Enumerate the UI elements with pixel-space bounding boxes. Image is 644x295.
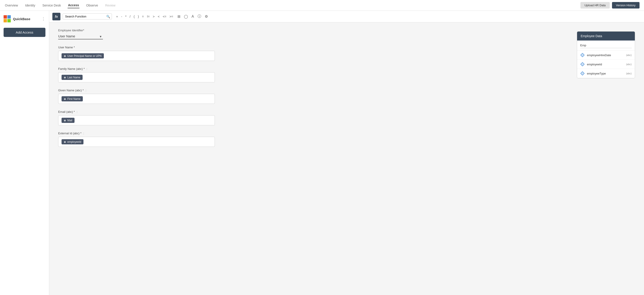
family-name-colon: : [86,67,87,70]
employee-identifier-select-wrap: User Name ▼ [58,33,103,40]
sidebar-logo-area: QuickBase ⋮ [4,15,46,22]
given-name-label: Given Name (abc) * : [58,89,635,92]
tag-diamond-icon: ◈ [64,54,66,58]
op-plus[interactable]: + [116,14,118,19]
emp-field-type-id: (abc) [626,63,632,66]
user-name-group: User Name * ◈ User Principal Name or UPN [58,46,635,61]
email-label: Email (abc) * : [58,110,635,114]
op-close-paren[interactable]: ) [137,14,140,19]
user-name-label: User Name * [58,46,635,49]
search-icon: 🔍 [106,15,110,18]
emp-panel-search-input[interactable] [580,43,632,48]
fx-label: fx [52,13,60,20]
employee-identifier-group: Employee Identifier* User Name ▼ [58,29,635,40]
nav-identity[interactable]: Identity [24,3,36,8]
svg-rect-2 [4,19,7,22]
nav-observe[interactable]: Observe [86,3,98,8]
employee-identifier-select[interactable]: User Name [58,33,103,40]
op-greater[interactable]: > [152,14,155,19]
nav-actions: Upload HR Data Version History [580,2,640,8]
op-minus[interactable]: - [120,14,123,19]
emp-field-type[interactable]: employeeType (abc) [577,69,635,78]
op-equals[interactable]: = [142,14,144,19]
email-colon: : [76,110,78,114]
info-icon[interactable]: ⓘ [197,14,202,19]
sidebar: QuickBase ⋮ Add Access [0,11,49,295]
formula-bar: fx 🔍 + - * / ( ) = != > < <= >= ⊞ ◯ [49,11,644,22]
email-input-box[interactable]: ◈ Mail [58,115,215,125]
nav-review[interactable]: Review [105,3,116,8]
op-multiply[interactable]: * [125,14,127,19]
add-access-button[interactable]: Add Access [4,28,46,37]
employee-identifier-label: Employee Identifier* [58,29,635,32]
formula-operators: + - * / ( ) = != > < <= >= ⊞ ◯ A ⓘ ⚙ [116,14,209,19]
family-name-tag[interactable]: ◈ Last Name [62,75,82,80]
given-name-colon: : [86,89,86,92]
email-tag[interactable]: ◈ Mail [62,118,74,123]
diamond-icon-2 [580,62,585,66]
given-name-tag[interactable]: ◈ First Name [62,96,83,102]
top-nav: Overview Identity Service Desk Access Ob… [0,0,644,11]
grid-icon[interactable]: ⊞ [176,14,181,19]
emp-field-name-hire-date: employeeHireDate [587,54,624,57]
tag-diamond-icon-2: ◈ [64,76,66,79]
family-name-label: Family Name (abc) * : [58,67,635,70]
emp-field-type-hire-date: (abc) [626,54,632,56]
nav-access[interactable]: Access [68,2,80,8]
main-content: Employee Identifier* User Name ▼ User Na… [49,22,644,295]
op-open-paren[interactable]: ( [133,14,136,19]
main-area: fx 🔍 + - * / ( ) = != > < <= >= ⊞ ◯ [49,11,644,295]
app-name: QuickBase [13,17,30,21]
diamond-icon-1 [580,53,585,57]
settings-icon[interactable]: ⚙ [204,14,209,19]
emp-field-id[interactable]: employeeId (abc) [577,60,635,69]
emp-field-type-type: (abc) [626,72,632,75]
search-function-input[interactable] [63,14,112,20]
external-id-label: External Id (abc) * : [58,132,635,135]
tag-diamond-icon-3: ◈ [64,97,66,100]
given-name-group: Given Name (abc) * : ◈ First Name [58,89,635,104]
external-id-colon: : [83,132,84,135]
emp-field-hire-date[interactable]: employeeHireDate (abc) [577,50,635,60]
app-layout: QuickBase ⋮ Add Access fx 🔍 + - * / ( ) … [0,11,644,295]
upload-hr-data-button[interactable]: Upload HR Data [580,2,610,8]
op-greater-eq[interactable]: >= [169,14,174,19]
svg-rect-0 [4,15,7,18]
emp-panel-title: Employee Data [577,32,635,40]
email-group: Email (abc) * : ◈ Mail [58,110,635,125]
op-not-equals[interactable]: != [146,14,150,19]
diamond-icon-3 [580,71,585,76]
text-icon[interactable]: A [191,14,195,19]
employee-data-panel: Employee Data employeeHireDate (abc) emp… [577,31,635,78]
nav-service-desk[interactable]: Service Desk [42,3,61,8]
svg-rect-3 [8,19,11,22]
external-id-input-box[interactable]: ◈ employeeId [58,137,215,147]
op-less[interactable]: < [157,14,160,19]
user-name-input-box[interactable]: ◈ User Principal Name or UPN [58,51,215,61]
op-less-eq[interactable]: <= [162,14,167,19]
emp-field-name-id: employeeId [587,63,624,66]
tag-diamond-icon-4: ◈ [64,119,66,122]
emp-field-name-type: employeeType [587,72,624,75]
search-function-wrap: 🔍 [63,14,112,20]
sidebar-menu-icon[interactable]: ⋮ [42,16,46,21]
version-history-button[interactable]: Version History [612,2,640,8]
external-id-group: External Id (abc) * : ◈ employeeId [58,132,635,147]
external-id-tag[interactable]: ◈ employeeId [62,139,84,144]
family-name-input-box[interactable]: ◈ Last Name [58,72,215,82]
svg-rect-1 [8,15,11,18]
nav-overview[interactable]: Overview [4,3,18,8]
emp-panel-search-area [577,40,635,50]
tag-diamond-icon-5: ◈ [64,140,66,144]
family-name-group: Family Name (abc) * : ◈ Last Name [58,67,635,82]
quickbase-logo-icon [4,15,11,22]
given-name-input-box[interactable]: ◈ First Name [58,94,215,104]
op-divide[interactable]: / [129,14,131,19]
user-name-tag[interactable]: ◈ User Principal Name or UPN [62,53,104,58]
clock-icon[interactable]: ◯ [183,14,189,19]
